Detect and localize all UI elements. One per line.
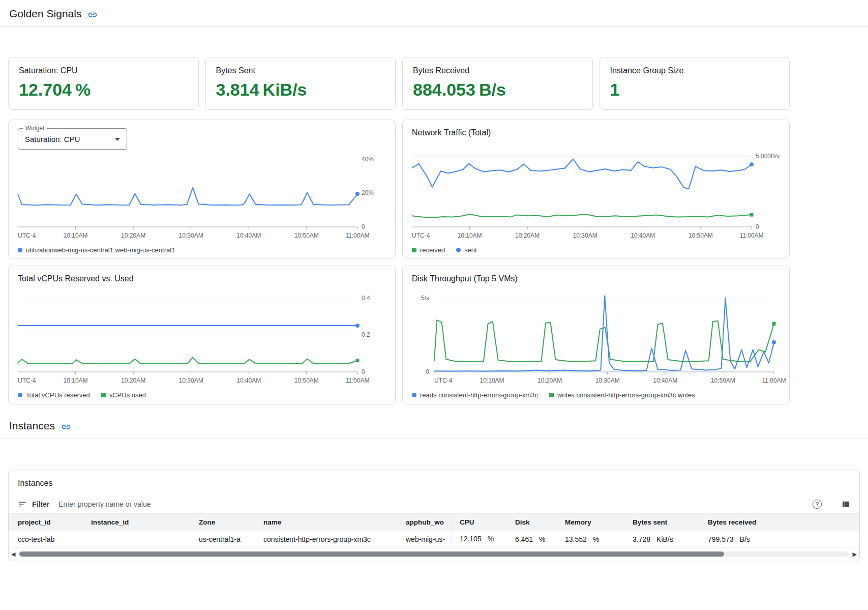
widget-select-value: Saturation: CPU [25,135,80,143]
scorecard-bytes-sent: Bytes Sent 3.814KiB/s [205,57,396,110]
chart-title: Total vCPUs Reserved vs. Used [18,274,387,283]
help-icon[interactable]: ? [813,500,822,509]
series-swatch [412,248,416,252]
legend-item[interactable]: received [412,246,445,254]
cell-cpu: 12.105% [451,531,515,547]
golden-signals-link-icon[interactable] [87,10,98,20]
legend-item[interactable]: utilizationweb-mig-us-central1 web-mig-u… [18,246,175,254]
instances-header: Instances [0,412,868,439]
legend-label: utilizationweb-mig-us-central1 web-mig-u… [26,246,175,254]
x-axis-label: UTC-4 [18,232,36,239]
y-axis-label: 20% [362,189,374,196]
scrollbar-thumb[interactable] [19,551,724,557]
x-axis-label: 11:00AM [345,377,369,384]
legend-item[interactable]: reads consistent-http-errors-group-xm3c [412,391,538,399]
column-header-cpu[interactable]: CPU [451,514,515,531]
golden-signals-header: Golden Signals [0,0,868,27]
legend-item[interactable]: vCPUs used [101,391,146,399]
scorecard-value: 1 [610,80,780,100]
x-axis-label: 10:10AM [458,232,482,239]
filter-icon [18,500,27,509]
x-axis-label: 10:10AM [64,232,88,239]
column-header-zone[interactable]: Zone [199,518,263,526]
scorecard-title: Bytes Received [413,66,582,75]
x-axis-label: 10:50AM [711,377,735,384]
chart-legend: reads consistent-http-errors-group-xm3c … [412,391,781,399]
chart-legend: received sent [412,246,781,254]
dropdown-caret-icon [115,138,120,141]
legend-item[interactable]: Total vCPUs reserved [18,391,90,399]
golden-signals-title: Golden Signals [9,8,81,20]
disk-throughput-chart[interactable] [434,291,774,375]
x-axis-label: 10:40AM [236,377,261,384]
filter-bar[interactable]: Filter ? [9,495,859,514]
legend-item[interactable]: writes consistent-http-errors-group-xm3c… [549,391,695,399]
x-axis-label: 10:50AM [689,232,713,239]
filter-input[interactable] [58,500,807,508]
cell-apphub: web-mig-us- [406,535,451,543]
y-axis-label: 5,000B/s [756,153,780,160]
x-axis-label: 10:40AM [236,232,261,239]
y-axis-label: 0.4 [362,295,370,302]
scrollbar-track[interactable] [19,551,848,557]
y-axis-label: 0 [756,223,759,230]
x-axis-label: 10:20AM [121,377,145,384]
series-swatch [412,393,416,397]
column-header-bytes-received[interactable]: Bytes received [708,518,850,526]
legend-item[interactable]: sent [456,246,477,254]
series-swatch [18,393,22,397]
instances-title: Instances [9,420,55,432]
x-axis-label: 10:40AM [631,232,655,239]
column-header-name[interactable]: name [263,518,406,526]
series-swatch [549,393,554,397]
x-axis-label: 10:50AM [294,232,319,239]
column-header-project-id[interactable]: project_id [18,518,91,526]
scorecard-title: Saturation: CPU [19,66,188,75]
scorecard-value: 12.704% [19,80,188,100]
scorecard-title: Instance Group Size [610,66,780,75]
legend-label: Total vCPUs reserved [26,391,90,399]
series-swatch [18,248,22,252]
y-axis-label: 0.2 [362,331,370,338]
x-axis-label: UTC-4 [412,232,430,239]
series-swatch [456,248,461,252]
network-traffic-chart-card: Network Traffic (Total) 05,000B/s UTC-41… [402,120,790,258]
x-axis-label: 10:30AM [179,232,203,239]
scorecard-instance-group-size: Instance Group Size 1 [600,57,790,110]
column-header-bytes-sent[interactable]: Bytes sent [633,518,708,526]
network-traffic-chart[interactable] [412,151,752,230]
scorecard-value: 884.053B/s [413,80,582,100]
column-header-disk[interactable]: Disk [515,518,565,526]
scorecards-row: Saturation: CPU 12.704% Bytes Sent 3.814… [8,57,790,110]
scorecard-title: Bytes Sent [216,66,385,75]
legend-label: sent [464,246,477,254]
vcpus-chart-card: Total vCPUs Reserved vs. Used 00.20.4 UT… [8,266,396,404]
instances-link-icon[interactable] [61,422,71,432]
legend-label: writes consistent-http-errors-group-xm3c… [557,391,695,399]
widget-select-label: Widget [23,125,47,132]
x-axis: UTC-410:10AM10:20AM10:30AM10:40AM10:50AM… [18,232,357,241]
scroll-right-arrow[interactable]: ▶ [852,551,858,557]
chart-title: Disk Throughput (Top 5 VMs) [412,274,781,283]
table-row[interactable]: cco-test-lab us-central1-a consistent-ht… [9,531,859,547]
scroll-left-arrow[interactable]: ◀ [10,551,16,557]
saturation-cpu-chart[interactable] [18,151,357,230]
x-axis-label: 10:30AM [595,377,620,384]
y-axis-label: 0 [362,223,365,230]
x-axis-label: 10:30AM [179,377,203,384]
column-header-memory[interactable]: Memory [565,518,633,526]
series-swatch [101,393,106,397]
x-axis-label: 10:10AM [64,377,88,384]
table-header-row: project_id instance_id Zone name apphub_… [9,514,859,531]
scorecard-bytes-received: Bytes Received 884.053B/s [402,57,593,110]
chart-legend: Total vCPUs reserved vCPUs used [18,391,387,399]
column-header-apphub[interactable]: apphub_wo [406,518,451,526]
widget-select[interactable]: Widget Saturation: CPU [18,128,127,150]
x-axis-label: 10:40AM [653,377,677,384]
x-axis-label: 11:00AM [739,232,763,239]
vcpus-chart[interactable] [18,291,357,375]
chart-legend: utilizationweb-mig-us-central1 web-mig-u… [18,246,387,254]
column-header-instance-id[interactable]: instance_id [91,518,199,526]
column-display-icon[interactable] [841,500,850,509]
cell-bytes-received: 799.573B/s [708,535,850,543]
